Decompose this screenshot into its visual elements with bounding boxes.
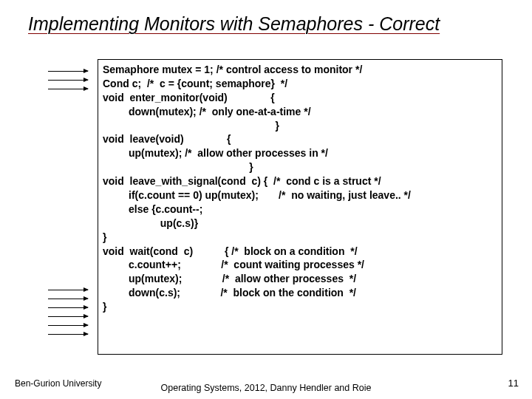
arrow-icon [48,89,88,89]
code-line: c.count++; /* count waiting processes */ [103,258,497,272]
code-line: } [103,119,497,133]
code-line: } [103,160,497,174]
code-line: if(c.count == 0) up(mutex); /* no waitin… [103,188,497,202]
arrow-icon [48,71,88,72]
slide-title: Implementing Monitors with Semaphores - … [0,0,532,35]
arrow-group-bottom [48,290,88,343]
code-line: } [103,231,497,245]
arrow-group-top [48,71,88,98]
code-line: down(c.s); /* block on the condition */ [103,286,497,300]
code-line: down(mutex); /* only one-at-a-time */ [103,105,497,119]
code-line: } [103,300,497,314]
code-line: Semaphore mutex = 1; /* control access t… [103,63,497,77]
code-line: void wait(cond c) { /* block on a condit… [103,245,497,259]
arrow-icon [48,334,88,335]
code-line: Cond c; /* c = {count; semaphore} */ [103,77,497,91]
code-line: void leave_with_signal(cond c) { /* cond… [103,174,497,188]
arrow-icon [48,307,88,308]
arrow-icon [48,299,88,299]
arrow-icon [48,316,88,317]
arrow-icon [48,290,88,290]
arrow-icon [48,80,88,81]
code-line: up(mutex); /* allow other processes */ [103,272,497,286]
code-box: Semaphore mutex = 1; /* control access t… [98,59,502,355]
arrow-icon [48,325,88,326]
code-line: void leave(void) { [103,132,497,146]
code-line: up(c.s)} [103,216,497,231]
code-line: up(mutex); /* allow other processes in *… [103,146,497,160]
code-line: else {c.count--; [103,202,497,216]
footer-center: Operating Systems, 2012, Danny Hendler a… [133,383,399,393]
code-line: void enter_monitor(void) { [103,91,497,105]
footer-left: Ben-Gurion University [15,378,101,389]
page-number: 11 [508,378,519,389]
